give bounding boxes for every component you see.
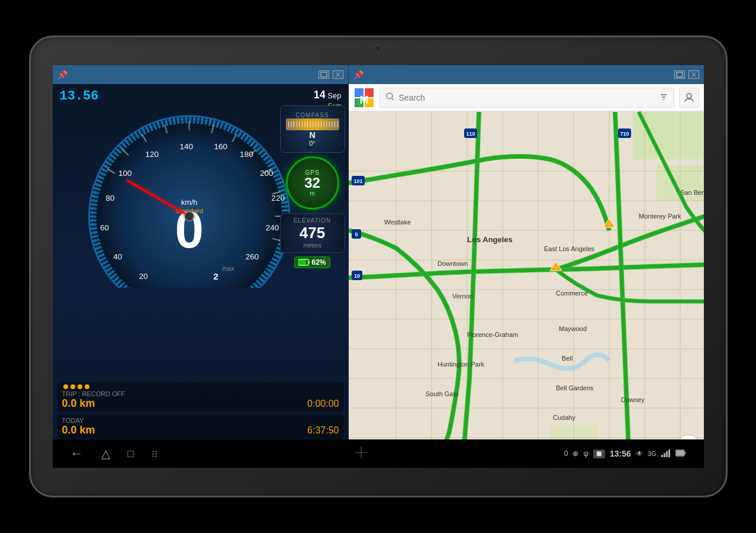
speedometer-panel: 13.56 14 Sep Sun xyxy=(53,84,349,439)
nav-3g-icon: 3G xyxy=(648,450,657,457)
tablet-device: 📌 📌 xyxy=(29,36,728,497)
svg-text:240: 240 xyxy=(265,223,279,232)
compass-widget: COMPASS |||||||||||||||||||| N 0° xyxy=(280,105,345,153)
pin-icon-right: 📌 xyxy=(353,70,363,79)
map-panel: M xyxy=(349,84,704,439)
svg-rect-1 xyxy=(677,72,683,77)
svg-text:160: 160 xyxy=(214,142,227,151)
navbar: ← △ □ ⁝⁝ 0 ⊕ ψ 🔲 13:56 👁 3G xyxy=(53,439,704,468)
apps-button[interactable]: ⁝⁝ xyxy=(152,448,157,460)
svg-text:M: M xyxy=(359,94,368,106)
speedometer-bottom: TRIP : RECORD OFF 0.0 km 0:00:00 TODAY 0… xyxy=(53,288,349,439)
svg-rect-108 xyxy=(664,453,665,457)
right-widgets: COMPASS |||||||||||||||||||| N 0° GPS 32… xyxy=(280,105,345,268)
recents-button[interactable]: □ xyxy=(128,448,134,460)
svg-text:100: 100 xyxy=(118,169,131,178)
map-search-bar[interactable] xyxy=(379,88,674,108)
svg-rect-109 xyxy=(666,451,668,457)
svg-rect-110 xyxy=(668,449,670,457)
elevation-widget: ELEVATION 475 meters xyxy=(280,213,345,253)
elevation-unit: meters xyxy=(284,242,341,249)
nav-battery-icon xyxy=(675,449,686,458)
svg-text:Downtown: Downtown xyxy=(437,260,468,267)
today-time: 6:37:50 xyxy=(307,425,339,436)
elevation-label: ELEVATION xyxy=(284,217,341,224)
city-label-la: Los Angeles xyxy=(467,235,513,244)
nav-usb-icon: ψ xyxy=(583,449,588,458)
svg-text:110: 110 xyxy=(466,131,475,137)
filter-icon[interactable] xyxy=(660,92,668,102)
close-button-right[interactable] xyxy=(689,70,699,79)
svg-rect-0 xyxy=(321,72,327,77)
map-area[interactable]: ! ! 101 710 110 xyxy=(349,111,704,439)
svg-text:60: 60 xyxy=(99,223,108,232)
compass-degrees: 0° xyxy=(309,140,316,147)
title-bar-right: 📌 xyxy=(349,65,704,84)
title-bar-controls-right xyxy=(674,70,699,79)
svg-text:Downey: Downey xyxy=(621,396,645,403)
svg-text:Bell: Bell xyxy=(562,355,572,362)
dot-4 xyxy=(85,384,89,389)
svg-text:Westlake: Westlake xyxy=(384,219,411,226)
nav-screenshot-icon: 🔲 xyxy=(593,449,605,458)
today-label: TODAY xyxy=(62,417,339,424)
battery-value: 62% xyxy=(311,258,326,266)
date-day-num: 14 xyxy=(314,89,326,101)
svg-text:Huntington Park: Huntington Park xyxy=(437,361,484,368)
person-icon[interactable] xyxy=(679,88,699,108)
nav-signal-icon xyxy=(661,449,671,459)
speedo-time: 13.56 xyxy=(60,89,99,104)
window-button-left[interactable] xyxy=(319,70,329,79)
nav-center-button[interactable] xyxy=(354,445,368,463)
svg-text:San Bernardino Fwy: San Bernardino Fwy xyxy=(680,189,704,196)
svg-text:Commerce: Commerce xyxy=(556,290,588,297)
svg-rect-113 xyxy=(676,451,684,455)
svg-text:40: 40 xyxy=(113,252,122,261)
elevation-value: 475 xyxy=(284,224,341,242)
svg-text:!: ! xyxy=(555,265,556,271)
svg-point-51 xyxy=(687,94,691,98)
battery-icon xyxy=(298,259,310,266)
compass-label: COMPASS xyxy=(295,112,329,118)
svg-text:101: 101 xyxy=(353,178,362,184)
svg-text:710: 710 xyxy=(620,131,629,137)
back-button[interactable]: ← xyxy=(70,446,83,461)
nav-left-buttons: ← △ □ ⁝⁝ xyxy=(70,446,158,461)
window-button-right[interactable] xyxy=(674,70,685,79)
search-icon xyxy=(386,92,394,102)
svg-text:140: 140 xyxy=(179,142,193,151)
tablet-screen: 📌 📌 xyxy=(53,65,704,468)
battery-widget: 62% xyxy=(294,256,330,268)
main-content: 13.56 14 Sep Sun xyxy=(53,84,704,439)
nav-eye-icon: 👁 xyxy=(636,449,643,458)
date-month: Sep xyxy=(327,91,341,100)
nav-zero: 0 xyxy=(564,449,568,458)
home-button[interactable]: △ xyxy=(101,447,110,461)
compass-direction: N xyxy=(309,130,315,140)
trip-dots xyxy=(62,384,339,389)
svg-text:Vernon: Vernon xyxy=(452,293,473,300)
svg-text:Cudahy: Cudahy xyxy=(553,414,575,421)
close-button-left[interactable] xyxy=(333,70,343,79)
svg-text:East Los Angeles: East Los Angeles xyxy=(544,245,595,252)
svg-text:5: 5 xyxy=(355,232,358,237)
camera xyxy=(375,46,381,52)
svg-text:80: 80 xyxy=(105,194,114,203)
title-bar-controls-left xyxy=(319,70,343,79)
trip-label: TRIP : RECORD OFF xyxy=(62,390,339,397)
svg-text:260: 260 xyxy=(245,252,259,261)
svg-text:Bell Gardens: Bell Gardens xyxy=(556,384,594,391)
dot-2 xyxy=(70,384,75,389)
nav-location-icon: ⊕ xyxy=(572,449,578,458)
svg-text:South Gate: South Gate xyxy=(426,390,459,397)
today-km: 0.0 km xyxy=(62,424,95,436)
gps-widget: GPS 32 m xyxy=(286,156,339,210)
nav-time: 13:56 xyxy=(610,449,631,458)
trip-km: 0.0 km xyxy=(62,397,95,410)
gps-unit: m xyxy=(310,190,314,197)
svg-text:Florence-Graham: Florence-Graham xyxy=(467,331,518,338)
svg-point-46 xyxy=(387,93,393,99)
svg-text:max: max xyxy=(222,265,234,272)
search-input[interactable] xyxy=(399,93,655,102)
trip-time: 0:00:00 xyxy=(307,399,339,409)
